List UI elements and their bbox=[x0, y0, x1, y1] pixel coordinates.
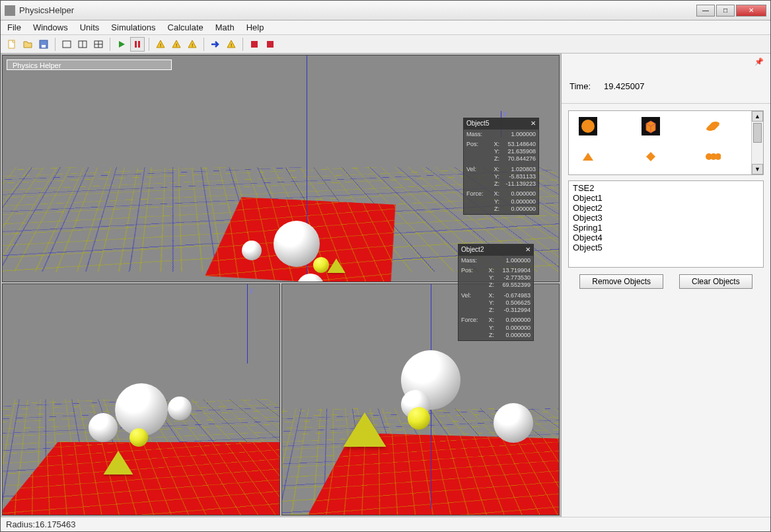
minimize-button[interactable]: — bbox=[696, 5, 715, 17]
svg-rect-2 bbox=[42, 45, 46, 48]
sphere-br-y bbox=[408, 407, 430, 430]
cone-yellow bbox=[327, 258, 346, 273]
status-value: 16.175463 bbox=[35, 519, 75, 529]
close-icon[interactable]: ✕ bbox=[525, 246, 531, 254]
app-icon bbox=[5, 5, 15, 16]
layout-quad-icon[interactable] bbox=[91, 37, 106, 52]
status-label: Radius: bbox=[6, 519, 35, 529]
cone-bl bbox=[104, 451, 133, 475]
viewports: Physics Helper y Object5✕ Mass:1 bbox=[1, 54, 561, 517]
menu-math[interactable]: Math bbox=[215, 22, 235, 32]
layout-split-v-icon[interactable] bbox=[75, 37, 90, 52]
sphere-bl-3 bbox=[168, 397, 192, 420]
toolbar: ! ! ! ! bbox=[1, 35, 770, 54]
stop-2-icon[interactable] bbox=[263, 37, 277, 52]
remove-objects-button[interactable]: Remove Objects bbox=[579, 274, 663, 289]
palette-diamond-icon[interactable] bbox=[641, 147, 661, 167]
viewport-bottom-left[interactable]: y bbox=[2, 284, 280, 515]
sphere-bl-y bbox=[129, 428, 148, 447]
arrow-right-icon[interactable] bbox=[208, 37, 223, 52]
warning-1-icon[interactable]: ! bbox=[153, 37, 168, 52]
palette-cylinder-icon[interactable] bbox=[703, 116, 723, 136]
warning-2-icon[interactable]: ! bbox=[169, 37, 184, 52]
sphere-bl-2 bbox=[89, 413, 118, 442]
object-palette: ▲ ▼ bbox=[568, 110, 764, 175]
warning-4-icon[interactable]: ! bbox=[224, 37, 239, 52]
palette-sphere-icon[interactable] bbox=[578, 116, 598, 136]
cone-br bbox=[344, 412, 386, 447]
sphere-large bbox=[274, 221, 320, 267]
clear-objects-button[interactable]: Clear Objects bbox=[679, 274, 753, 289]
save-file-icon[interactable] bbox=[36, 37, 51, 52]
menu-help[interactable]: Help bbox=[246, 22, 264, 32]
layout-single-icon[interactable] bbox=[59, 37, 74, 52]
close-button[interactable]: ✕ bbox=[736, 5, 766, 17]
svg-rect-0 bbox=[9, 40, 15, 48]
stop-1-icon[interactable] bbox=[247, 37, 262, 52]
list-item[interactable]: Object2 bbox=[573, 204, 759, 213]
svg-text:!: ! bbox=[176, 42, 177, 48]
info-panel-object2[interactable]: Object2✕ Mass:1.000000Pos:X:13.719904Y:-… bbox=[458, 244, 534, 341]
svg-rect-10 bbox=[138, 41, 140, 48]
info-panel-object5[interactable]: Object5✕ Mass:1.000000Pos:X:53.148640Y:2… bbox=[463, 118, 539, 215]
list-item[interactable]: Object5 bbox=[573, 243, 759, 253]
window-title: PhysicsHelper bbox=[19, 5, 696, 15]
axis-y-label: y bbox=[503, 110, 507, 117]
app-window: PhysicsHelper — □ ✕ File Windows Units S… bbox=[0, 0, 771, 532]
sphere-br-3 bbox=[494, 403, 533, 443]
menubar: File Windows Units Simulations Calculate… bbox=[1, 20, 770, 35]
warning-3-icon[interactable]: ! bbox=[185, 37, 200, 52]
menu-units[interactable]: Units bbox=[80, 22, 100, 32]
menu-file[interactable]: File bbox=[7, 22, 21, 32]
svg-rect-16 bbox=[267, 41, 274, 48]
svg-point-18 bbox=[581, 120, 595, 133]
scroll-down-icon[interactable]: ▼ bbox=[752, 164, 763, 174]
time-value: 19.425007 bbox=[604, 81, 644, 91]
maximize-button[interactable]: □ bbox=[716, 5, 735, 17]
side-panel: 📌 Time: 19.425007 ▲ ▼ bbox=[561, 54, 770, 517]
time-label: Time: bbox=[569, 81, 591, 91]
list-item[interactable]: TSE2 bbox=[573, 184, 759, 194]
svg-rect-15 bbox=[251, 41, 258, 48]
info-title-2: Object2 bbox=[461, 246, 484, 254]
menu-windows[interactable]: Windows bbox=[33, 22, 68, 32]
svg-text:!: ! bbox=[160, 42, 161, 48]
list-item[interactable]: Object3 bbox=[573, 213, 759, 223]
content-area: Physics Helper y Object5✕ Mass:1 bbox=[1, 54, 770, 517]
menu-calculate[interactable]: Calculate bbox=[168, 22, 203, 32]
svg-text:!: ! bbox=[192, 42, 193, 48]
pin-icon[interactable]: 📌 bbox=[754, 57, 764, 67]
palette-multi-icon[interactable] bbox=[703, 147, 723, 167]
titlebar[interactable]: PhysicsHelper — □ ✕ bbox=[1, 1, 770, 20]
list-item[interactable]: Spring1 bbox=[573, 223, 759, 233]
palette-scrollbar[interactable]: ▲ ▼ bbox=[751, 111, 763, 174]
play-icon[interactable] bbox=[114, 37, 129, 52]
open-file-icon[interactable] bbox=[20, 37, 35, 52]
sphere-small-1 bbox=[242, 241, 262, 260]
svg-text:!: ! bbox=[231, 42, 232, 48]
scroll-up-icon[interactable]: ▲ bbox=[752, 111, 763, 122]
list-item[interactable]: Object1 bbox=[573, 194, 759, 204]
axis-y-label-2: y bbox=[250, 287, 253, 294]
scroll-thumb[interactable] bbox=[753, 123, 762, 143]
palette-cone-icon[interactable] bbox=[578, 147, 598, 167]
svg-rect-9 bbox=[135, 41, 137, 48]
info-title: Object5 bbox=[466, 120, 489, 128]
close-icon[interactable]: ✕ bbox=[531, 120, 536, 128]
svg-rect-3 bbox=[63, 41, 71, 48]
statusbar: Radius: 16.175463 bbox=[1, 517, 770, 531]
menu-simulations[interactable]: Simulations bbox=[111, 22, 155, 32]
object-list[interactable]: TSE2Object1Object2Object3Spring1Object4O… bbox=[568, 180, 764, 268]
list-item[interactable]: Object4 bbox=[573, 233, 759, 243]
pause-icon[interactable] bbox=[130, 37, 145, 52]
new-file-icon[interactable] bbox=[5, 37, 19, 52]
palette-cube-icon[interactable] bbox=[641, 116, 661, 136]
